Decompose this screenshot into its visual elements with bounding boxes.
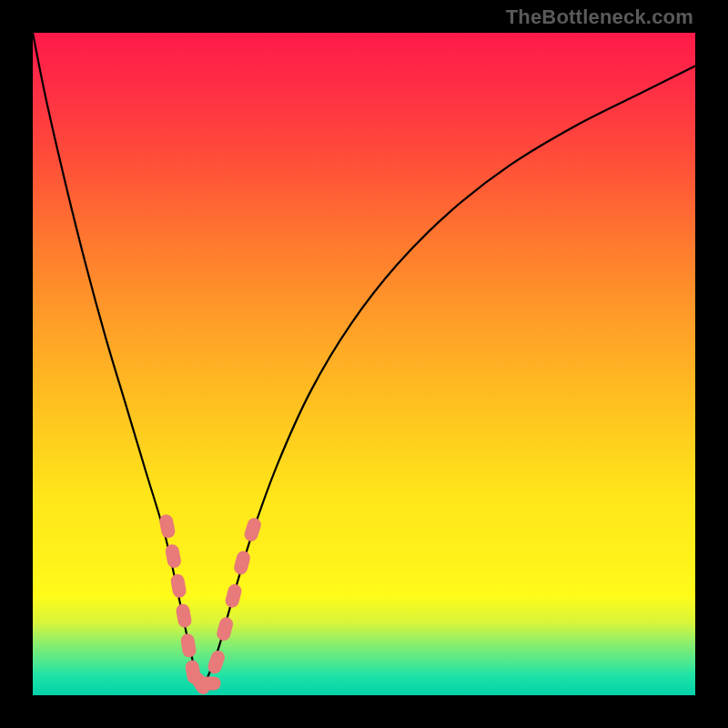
bottleneck-curve (33, 33, 695, 686)
marker-pill (158, 513, 177, 539)
marker-pill (170, 573, 187, 599)
highlighted-segment-markers (158, 513, 263, 697)
marker-pill (216, 616, 235, 642)
marker-pill (175, 603, 192, 629)
marker-pill (233, 550, 252, 576)
marker-pill (197, 676, 221, 690)
chart-frame: TheBottleneck.com (0, 0, 728, 728)
curve-layer (33, 33, 695, 695)
marker-pill (180, 632, 197, 658)
marker-pill (224, 582, 243, 609)
plot-area (33, 33, 695, 695)
watermark-text: TheBottleneck.com (506, 5, 693, 29)
marker-pill (243, 516, 263, 542)
marker-pill (164, 543, 182, 569)
